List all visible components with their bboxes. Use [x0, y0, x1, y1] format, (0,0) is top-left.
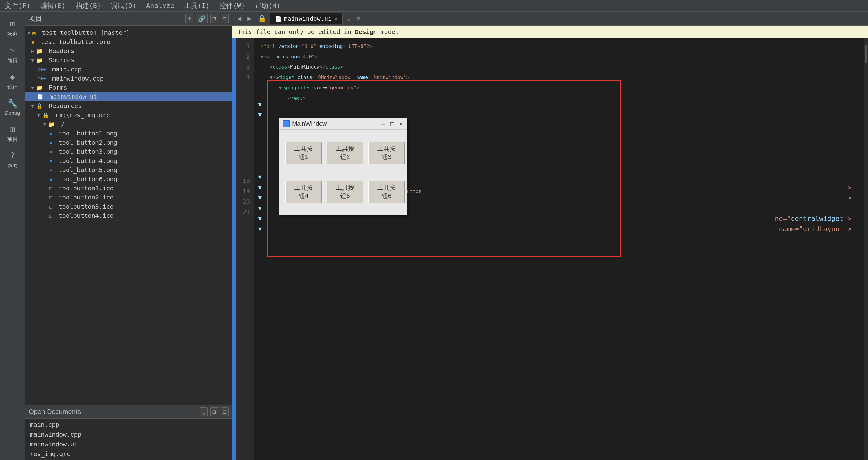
gutter-arrow-3: ▼	[258, 173, 262, 181]
tree-item-resources[interactable]: ▼ 🔒 Resources	[25, 101, 232, 111]
expand-arrow-headers: ▶	[31, 48, 34, 54]
project-icon: ◫	[7, 124, 18, 134]
fold-arrow-prop[interactable]: ▼	[279, 85, 282, 91]
preview-btn-1[interactable]: 工具按钮1	[285, 142, 322, 164]
tree-item-headers[interactable]: ▶ 📁 Headers	[25, 47, 232, 56]
link-btn[interactable]: 🔗	[196, 14, 208, 23]
project-folder-icon: ▣	[32, 30, 36, 36]
menu-help[interactable]: 帮助(H)	[252, 0, 283, 11]
editor-scrollbar[interactable]	[864, 38, 868, 460]
tab-lock-btn[interactable]: 🔒	[255, 13, 269, 24]
code-attr-propname: name	[309, 85, 324, 91]
tree-item-ico4[interactable]: □ toolbutton4.ico	[25, 211, 232, 220]
line-num-blank2	[236, 93, 252, 103]
tab-mainwindow-ui[interactable]: 📄 mainwindow.ui ×	[270, 13, 343, 24]
tree-item-mainwindow-ui[interactable]: 📄 mainwindow.ui	[25, 92, 232, 101]
filter-btn[interactable]: ⚗	[186, 14, 193, 23]
menu-build[interactable]: 构建(B)	[73, 0, 104, 11]
open-docs-dropdown[interactable]: ⌄	[200, 407, 208, 417]
debug-icon: 🔧	[7, 98, 18, 109]
open-docs-close[interactable]: ⊟	[221, 407, 228, 417]
preview-minimize-btn[interactable]: —	[381, 120, 385, 127]
fold-arrow-2[interactable]: ▼	[260, 54, 264, 60]
tree-label-btn1: tool_button1.png	[59, 130, 118, 137]
sidebar-item-welcome[interactable]: ⊞ 欢迎	[0, 14, 25, 41]
main-layout: ⊞ 欢迎 ✎ 编辑 ◈ 设计 🔧 Debug ◫ 项目 ? 帮助 项目	[0, 11, 868, 460]
tree-item-qrc[interactable]: ▼ 🔒 img\res_img.qrc	[25, 111, 232, 120]
preview-btn-3[interactable]: 工具按钮3	[368, 142, 405, 164]
menu-controls[interactable]: 控件(W)	[217, 0, 247, 11]
right-snippet-4: name="gridLayout">	[779, 225, 851, 233]
tree-item-btn2[interactable]: ▪ tool_button2.png	[25, 138, 232, 147]
expand-arrow-sources: ▼	[31, 57, 34, 63]
code-bracket-4a: <	[274, 74, 277, 80]
expand-arrow-forms: ▼	[31, 85, 34, 91]
tree-item-btn3[interactable]: ▪ tool_button3.png	[25, 147, 232, 156]
tab-back-btn[interactable]: ◀	[235, 13, 244, 24]
preview-maximize-btn[interactable]: □	[390, 120, 394, 127]
sidebar-item-design[interactable]: ◈ 设计	[0, 68, 25, 94]
preview-btn-2[interactable]: 工具按钮2	[327, 142, 363, 164]
settings-btn[interactable]: ⊟	[221, 14, 228, 23]
line-num-1: 1	[236, 41, 252, 51]
tree-item-ico1[interactable]: □ toolbutton1.ico	[25, 184, 232, 193]
code-attr-version: version	[278, 43, 299, 49]
gutter-arrow-2: ▼	[258, 111, 262, 118]
menu-tools[interactable]: 工具(I)	[182, 0, 212, 11]
menu-debug[interactable]: 调试(D)	[108, 0, 139, 11]
fold-arrow-4[interactable]: ▼	[270, 74, 273, 80]
sidebar-item-project[interactable]: ◫ 项目	[0, 120, 25, 146]
project-tree: ▼ ▣ test_toolbutton [master] ▣ test_tool…	[25, 26, 232, 405]
warning-text-after: mode.	[380, 28, 399, 35]
tab-label: mainwindow.ui	[284, 15, 332, 22]
code-bracket-3b: >	[287, 64, 290, 70]
tree-item-btn5[interactable]: ▪ tool_button5.png	[25, 165, 232, 175]
tree-item-ico2[interactable]: □ toolbutton2.ico	[25, 193, 232, 202]
tab-dropdown-btn[interactable]: ⌄	[344, 13, 353, 24]
preview-btn-6[interactable]: 工具按钮6	[368, 181, 405, 203]
code-eq1: =	[299, 43, 302, 49]
code-val-class: "QMainWindow"	[315, 74, 353, 80]
edit-label: 编辑	[7, 57, 18, 64]
code-line-4: ▼ <widget class="QMainWindow" name="Main…	[254, 72, 864, 82]
doc-item-mainwindow-cpp[interactable]: mainwindow.cpp	[27, 429, 230, 439]
tab-close-btn[interactable]: ×	[334, 16, 337, 22]
sidebar-item-edit[interactable]: ✎ 编辑	[0, 41, 25, 68]
cpp-icon-2: c++	[37, 75, 46, 82]
tab-close-all-btn[interactable]: ×	[354, 13, 363, 24]
sidebar-item-help[interactable]: ? 帮助	[0, 146, 25, 173]
preview-titlebar: MainWindow — □ ×	[279, 118, 407, 130]
tree-item-forms[interactable]: ▼ 📁 Forms	[25, 83, 232, 92]
img-icon-2: ▪	[50, 140, 53, 146]
doc-item-res-qrc[interactable]: res_img.qrc	[27, 449, 230, 459]
preview-btn-5[interactable]: 工具按钮5	[327, 181, 363, 203]
tree-item-btn1[interactable]: ▪ tool_button1.png	[25, 129, 232, 138]
tree-item-btn6[interactable]: ▪ tool_button6.png	[25, 175, 232, 184]
tree-item-sources[interactable]: ▼ 📁 Sources	[25, 56, 232, 65]
menu-edit[interactable]: 编辑(E)	[38, 0, 68, 11]
preview-close-btn[interactable]: ×	[399, 120, 403, 127]
line-num-blank3	[236, 103, 252, 114]
tree-label-ico2: toolbutton2.ico	[59, 194, 114, 201]
menu-file[interactable]: 文件(F)	[2, 0, 33, 11]
menu-analyze[interactable]: Analyze	[144, 1, 177, 11]
preview-btn-4[interactable]: 工具按钮4	[285, 181, 322, 203]
doc-item-main-cpp[interactable]: main.cpp	[27, 420, 230, 429]
code-eq6: =	[324, 85, 328, 91]
code-line-rect: <rect>	[254, 93, 864, 103]
scrollbar-thumb[interactable]	[865, 44, 867, 63]
tree-item-ico3[interactable]: □ toolbutton3.ico	[25, 202, 232, 211]
tab-forward-btn[interactable]: ▶	[245, 13, 254, 24]
add-btn[interactable]: ⊞	[210, 14, 218, 23]
right-snippet-1: ">	[844, 184, 852, 191]
doc-item-mainwindow-ui[interactable]: mainwindow.ui	[27, 439, 230, 449]
open-docs-add[interactable]: ⊞	[210, 407, 218, 417]
tree-item-mainwindow-cpp[interactable]: c++ mainwindow.cpp	[25, 74, 232, 83]
sidebar-item-debug[interactable]: 🔧 Debug	[0, 94, 25, 120]
tree-item-slash[interactable]: ▼ 📁 /	[25, 120, 232, 129]
tree-item-pro[interactable]: ▣ test_toolbutton.pro	[25, 37, 232, 47]
tree-item-btn4[interactable]: ▪ tool_button4.png	[25, 156, 232, 165]
tree-item-root[interactable]: ▼ ▣ test_toolbutton [master]	[25, 28, 232, 37]
tree-item-main-cpp[interactable]: c++ main.cpp	[25, 65, 232, 74]
pro-icon: ▣	[31, 39, 34, 45]
